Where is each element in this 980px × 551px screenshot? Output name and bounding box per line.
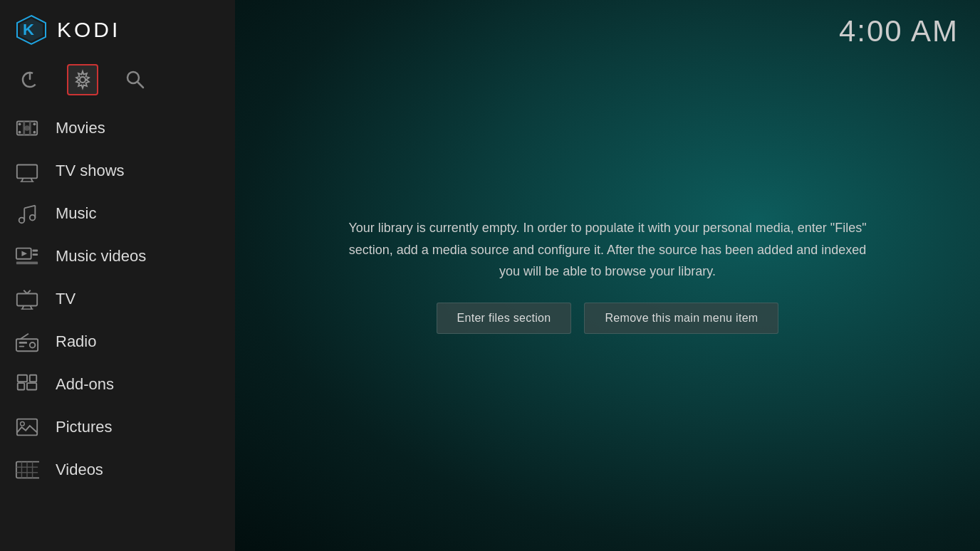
radio-icon (14, 329, 40, 355)
enter-files-section-button[interactable]: Enter files section (437, 303, 572, 334)
sidebar-item-add-ons[interactable]: Add-ons (0, 363, 235, 406)
pictures-icon (14, 414, 40, 440)
svg-rect-45 (17, 419, 37, 436)
svg-rect-27 (33, 250, 38, 252)
svg-rect-42 (27, 383, 36, 389)
radio-label: Radio (56, 332, 96, 351)
svg-point-15 (24, 125, 30, 131)
svg-rect-28 (33, 253, 38, 256)
remove-menu-item-button[interactable]: Remove this main menu item (584, 303, 778, 334)
sidebar-item-movies[interactable]: Movies (0, 107, 235, 149)
svg-rect-38 (19, 342, 27, 344)
kodi-logo-icon: K (14, 13, 48, 47)
movies-label: Movies (56, 119, 105, 137)
top-icons-bar (0, 60, 235, 107)
svg-rect-29 (16, 262, 38, 265)
clock-display: 4:00 AM (839, 14, 959, 48)
sidebar-item-tv-shows[interactable]: TV shows (0, 149, 235, 192)
message-box: Your library is currently empty. In orde… (330, 203, 885, 348)
svg-rect-41 (18, 383, 24, 389)
svg-point-37 (30, 342, 36, 348)
sidebar-item-pictures[interactable]: Pictures (0, 406, 235, 448)
sidebar-item-music-videos[interactable]: Music videos (0, 235, 235, 278)
sidebar-item-videos[interactable]: Videos (0, 448, 235, 491)
add-ons-label: Add-ons (56, 375, 114, 394)
sidebar-item-music[interactable]: Music (0, 192, 235, 235)
music-videos-icon (14, 243, 40, 269)
svg-line-7 (137, 82, 143, 88)
search-icon (125, 69, 146, 90)
svg-point-9 (19, 122, 21, 125)
movies-icon (14, 115, 40, 141)
svg-point-21 (30, 215, 36, 221)
logo-area: K KODI (0, 0, 235, 60)
svg-rect-44 (30, 375, 36, 382)
search-button[interactable] (120, 64, 151, 95)
svg-text:K: K (23, 21, 34, 38)
add-ons-icon (14, 372, 40, 397)
library-empty-message: Your library is currently empty. In orde… (344, 217, 871, 283)
tv-shows-label: TV shows (56, 162, 125, 180)
power-button[interactable] (14, 64, 46, 95)
svg-rect-47 (16, 462, 39, 478)
pictures-label: Pictures (56, 418, 112, 436)
music-icon (14, 201, 40, 226)
svg-rect-16 (17, 165, 37, 179)
svg-point-10 (19, 131, 21, 134)
svg-point-46 (21, 421, 25, 426)
videos-label: Videos (56, 461, 103, 479)
svg-line-40 (21, 334, 28, 340)
tv-icon (14, 286, 40, 312)
sidebar-item-radio[interactable]: Radio (0, 320, 235, 363)
videos-icon (14, 457, 40, 483)
svg-line-24 (24, 206, 35, 209)
tv-shows-icon (14, 158, 40, 184)
nav-list: Movies TV shows (0, 107, 235, 551)
music-videos-label: Music videos (56, 247, 146, 266)
svg-rect-43 (18, 375, 27, 382)
tv-label: TV (56, 290, 75, 308)
power-icon (19, 69, 41, 90)
main-content: 4:00 AM Your library is currently empty.… (235, 0, 980, 551)
settings-gear-icon (72, 69, 93, 90)
sidebar: K KODI (0, 0, 235, 551)
svg-point-20 (19, 218, 25, 224)
settings-button[interactable] (67, 64, 98, 95)
svg-point-11 (33, 122, 36, 125)
app-title: KODI (57, 18, 120, 42)
svg-point-5 (80, 77, 85, 83)
svg-rect-39 (19, 346, 25, 347)
svg-rect-30 (17, 293, 37, 305)
svg-marker-26 (21, 251, 27, 256)
sidebar-item-tv[interactable]: TV (0, 278, 235, 320)
music-label: Music (56, 204, 96, 223)
action-buttons: Enter files section Remove this main men… (344, 303, 871, 334)
svg-point-12 (33, 131, 36, 134)
